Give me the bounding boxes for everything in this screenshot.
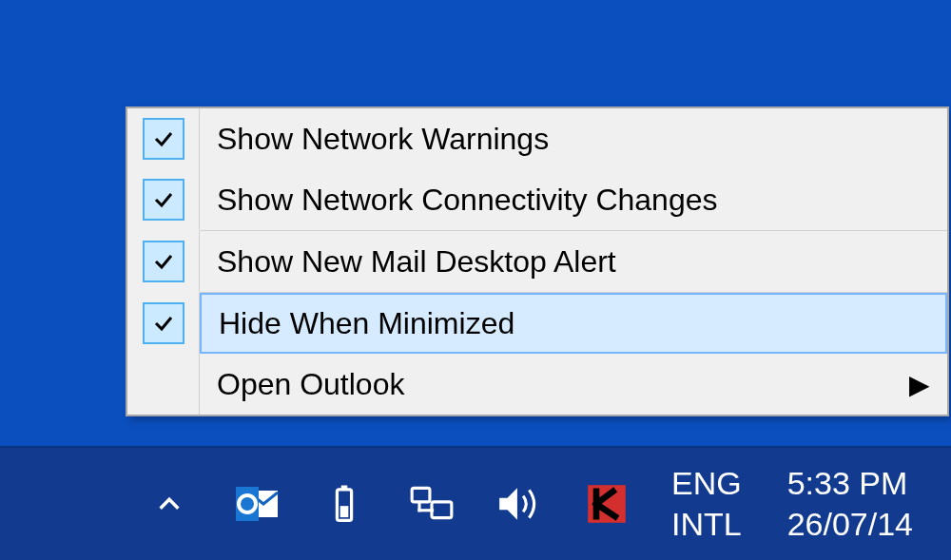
menu-item-label: Show Network Connectivity Changes (217, 183, 717, 218)
menu-item-label: Open Outlook (217, 367, 404, 402)
language-line1: ENG (671, 466, 742, 501)
outlook-tray-icon[interactable] (230, 477, 283, 531)
outlook-icon (234, 481, 280, 527)
checkmark-icon (143, 118, 184, 160)
system-tray (143, 477, 633, 531)
menu-item-label: Hide When Minimized (219, 306, 514, 341)
checkmark-icon (143, 179, 184, 221)
svg-rect-9 (417, 509, 434, 512)
checkmark-icon (143, 241, 184, 282)
menu-item-show-network-warnings[interactable]: Show Network Warnings (127, 108, 947, 169)
submenu-arrow-icon: ▶ (909, 369, 930, 400)
menu-item-label: Show New Mail Desktop Alert (217, 244, 616, 280)
menu-item-hide-when-minimized[interactable]: Hide When Minimized (127, 293, 947, 354)
svg-rect-7 (432, 502, 452, 518)
battery-icon (332, 483, 357, 525)
svg-rect-4 (341, 486, 348, 490)
network-tray-icon[interactable] (405, 477, 458, 531)
svg-rect-5 (340, 506, 349, 517)
kaspersky-icon (586, 483, 628, 525)
checkmark-icon (143, 302, 184, 344)
menu-item-open-outlook[interactable]: Open Outlook ▶ (127, 354, 947, 415)
date-text: 26/07/14 (787, 507, 913, 542)
kaspersky-tray-icon[interactable] (580, 477, 633, 531)
outlook-tray-context-menu: Show Network Warnings Show Network Conne… (126, 106, 949, 416)
taskbar-clock[interactable]: ENG 5:33 PM INTL 26/07/14 (671, 466, 913, 543)
menu-item-show-network-connectivity-changes[interactable]: Show Network Connectivity Changes (127, 169, 947, 230)
battery-tray-icon[interactable] (318, 477, 371, 531)
menu-item-show-new-mail-desktop-alert[interactable]: Show New Mail Desktop Alert (127, 231, 947, 292)
chevron-up-icon (156, 491, 183, 517)
show-hidden-icons-button[interactable] (143, 477, 196, 531)
volume-icon (495, 484, 543, 524)
language-line2: INTL (671, 507, 742, 542)
volume-tray-icon[interactable] (493, 477, 546, 531)
menu-item-label: Show Network Warnings (217, 122, 549, 157)
taskbar: ENG 5:33 PM INTL 26/07/14 (0, 446, 951, 560)
svg-rect-6 (412, 488, 430, 502)
time-text: 5:33 PM (787, 466, 913, 501)
network-icon (408, 484, 456, 524)
